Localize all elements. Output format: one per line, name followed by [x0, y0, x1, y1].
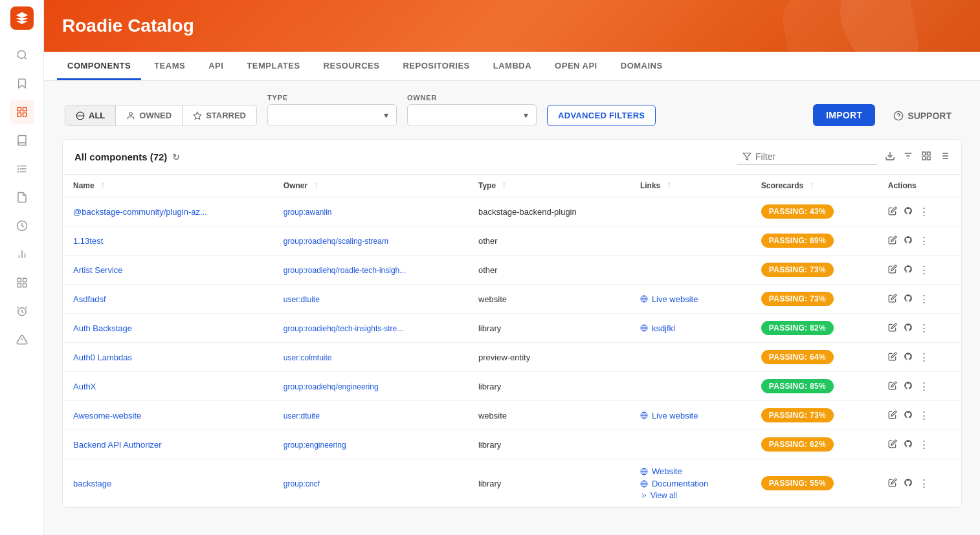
edit-icon[interactable] — [888, 294, 897, 305]
support-button[interactable]: SUPPORT — [885, 105, 959, 126]
globe-link[interactable]: Documentation — [640, 479, 741, 488]
github-icon[interactable] — [904, 323, 913, 334]
tab-components[interactable]: COMPONENTS — [57, 52, 141, 80]
svg-rect-13 — [17, 278, 21, 281]
owner-link[interactable]: user:dtuite — [284, 295, 320, 304]
cell-scorecard: PASSING: 73% — [751, 285, 878, 314]
tab-domains[interactable]: DOMAINS — [610, 52, 673, 80]
history-icon[interactable] — [10, 213, 34, 238]
cell-type: library — [468, 314, 630, 343]
component-name-link[interactable]: Auth0 Lambdas — [73, 353, 132, 362]
more-icon[interactable]: ⋮ — [919, 439, 929, 450]
more-icon[interactable]: ⋮ — [919, 477, 929, 489]
cell-type: preview-entity — [468, 343, 630, 372]
cell-type: website — [468, 285, 630, 314]
tab-lambda[interactable]: LAMBDA — [483, 52, 542, 80]
owner-link[interactable]: user:colmtuite — [284, 353, 332, 362]
more-icon[interactable]: ⋮ — [919, 206, 929, 217]
search-icon[interactable] — [10, 43, 34, 67]
globe-link[interactable]: Live website — [640, 411, 741, 420]
import-button[interactable]: IMPORT — [813, 104, 875, 126]
view-starred-button[interactable]: STARRED — [183, 105, 256, 126]
filter-input[interactable] — [755, 151, 872, 162]
alarm-icon[interactable] — [10, 299, 34, 323]
grid-icon[interactable] — [10, 270, 34, 295]
globe-link[interactable]: ksdjfkl — [640, 323, 741, 333]
owner-filter-label: OWNER — [407, 94, 537, 102]
owner-link[interactable]: group:roadiehq/engineering — [284, 382, 379, 391]
github-icon[interactable] — [904, 381, 913, 392]
checklist-icon[interactable] — [10, 157, 34, 181]
github-icon[interactable] — [904, 265, 913, 276]
view-all-button[interactable]: ALL — [65, 105, 116, 126]
card-view-icon[interactable] — [921, 151, 931, 164]
component-name-link[interactable]: backstage — [73, 479, 111, 488]
more-icon[interactable]: ⋮ — [919, 293, 929, 305]
tab-teams[interactable]: TEAMS — [144, 52, 195, 80]
app-logo[interactable] — [10, 6, 34, 30]
content-area: ALL OWNED STARRED TYPE ▾ OWN — [44, 81, 980, 535]
globe-link[interactable]: Live website — [640, 294, 741, 304]
component-name-link[interactable]: Auth Backstage — [73, 323, 132, 333]
cell-name: Asdfadsf — [63, 285, 273, 314]
component-name-link[interactable]: AuthX — [73, 382, 96, 391]
component-name-link[interactable]: Asdfadsf — [73, 294, 106, 304]
owner-filter-select[interactable]: ▾ — [407, 104, 537, 126]
book-icon[interactable] — [10, 128, 34, 153]
github-icon[interactable] — [904, 235, 913, 246]
more-icon[interactable]: ⋮ — [919, 264, 929, 276]
catalog-icon[interactable] — [10, 100, 34, 124]
warning-icon[interactable] — [10, 327, 34, 352]
list-view-icon[interactable] — [939, 151, 950, 164]
tab-openapi[interactable]: OPEN API — [544, 52, 608, 80]
owner-link[interactable]: group:roadiehq/tech-insights-stre... — [284, 324, 403, 333]
download-icon[interactable] — [885, 151, 895, 164]
refresh-icon[interactable]: ↻ — [172, 152, 180, 162]
edit-icon[interactable] — [888, 206, 897, 217]
more-icon[interactable]: ⋮ — [919, 409, 929, 421]
chart-icon[interactable] — [10, 242, 34, 267]
github-icon[interactable] — [904, 352, 913, 363]
more-icon[interactable]: ⋮ — [919, 235, 929, 246]
edit-icon[interactable] — [888, 235, 897, 246]
edit-icon[interactable] — [888, 381, 897, 392]
edit-icon[interactable] — [888, 478, 897, 489]
edit-icon[interactable] — [888, 439, 897, 450]
more-icon[interactable]: ⋮ — [919, 380, 929, 392]
advanced-filters-button[interactable]: ADVANCED FILTERS — [547, 105, 656, 126]
more-icon[interactable]: ⋮ — [919, 351, 929, 363]
component-name-link[interactable]: Backend API Authorizer — [73, 440, 162, 450]
github-icon[interactable] — [904, 294, 913, 305]
component-name-link[interactable]: @backstage-community/plugin-az... — [73, 207, 207, 217]
edit-icon[interactable] — [888, 410, 897, 421]
owner-link[interactable]: group:roadiehq/roadie-tech-insigh... — [284, 266, 406, 275]
tab-api[interactable]: API — [198, 52, 234, 80]
globe-link[interactable]: Website — [640, 466, 741, 476]
owner-link[interactable]: group:cncf — [284, 479, 320, 488]
more-icon[interactable]: ⋮ — [919, 322, 929, 334]
tab-templates[interactable]: TEMPLATES — [236, 52, 310, 80]
github-icon[interactable] — [904, 478, 913, 489]
github-icon[interactable] — [904, 410, 913, 421]
owner-link[interactable]: group:roadiehq/scaling-stream — [284, 237, 388, 246]
component-name-link[interactable]: 1.13test — [73, 236, 103, 246]
edit-icon[interactable] — [888, 265, 897, 276]
edit-icon[interactable] — [888, 352, 897, 363]
tab-resources[interactable]: RESOURCES — [313, 52, 390, 80]
owner-link[interactable]: group:engineering — [284, 441, 346, 450]
owner-link[interactable]: user:dtuite — [284, 411, 320, 420]
github-icon[interactable] — [904, 439, 913, 450]
component-name-link[interactable]: Awesome-website — [73, 411, 141, 420]
edit-icon[interactable] — [888, 323, 897, 334]
action-icons: ⋮ — [888, 235, 951, 246]
owner-link[interactable]: group:awanlin — [284, 208, 332, 217]
file-icon[interactable] — [10, 185, 34, 210]
github-icon[interactable] — [904, 206, 913, 217]
view-all-link[interactable]: View all — [640, 491, 741, 500]
component-name-link[interactable]: Artist Service — [73, 265, 123, 275]
tab-repositories[interactable]: REPOSITORIES — [392, 52, 480, 80]
view-owned-button[interactable]: OWNED — [116, 105, 183, 126]
filter-options-icon[interactable] — [903, 151, 913, 164]
type-filter-select[interactable]: ▾ — [267, 104, 397, 126]
bookmark-icon[interactable] — [10, 71, 34, 96]
